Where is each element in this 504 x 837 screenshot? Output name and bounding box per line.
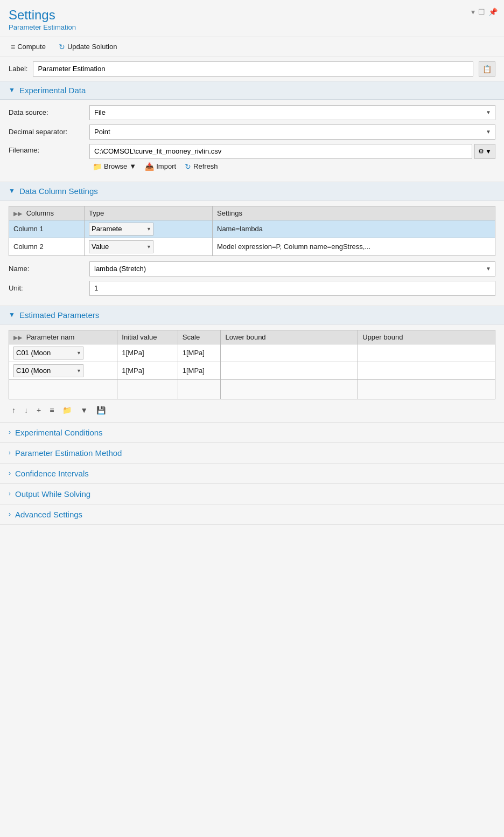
column1-name: Column 1 — [9, 220, 85, 238]
estimated-parameters-header[interactable]: ▼ Estimated Parameters — [0, 306, 504, 324]
import-button[interactable]: 📥 Import — [142, 161, 179, 172]
data-column-settings-chevron: ▼ — [9, 187, 15, 195]
empty-col1 — [9, 379, 117, 399]
folder-dropdown-icon: ▼ — [80, 406, 88, 414]
columns-header: ▶▶ Columns — [9, 206, 85, 220]
label-icon-button[interactable]: 📋 — [479, 61, 495, 77]
estimated-parameters-table: ▶▶ Parameter nam Initial value Scale Low… — [9, 330, 495, 399]
columns-table: ▶▶ Columns Type Settings Column 1 — [9, 206, 495, 256]
table-row[interactable]: C10 (Moon 1[MPa] 1[MPa] — [9, 362, 495, 379]
decimal-separator-select[interactable]: Point Comma — [89, 124, 495, 140]
param-name-header: ▶▶ Parameter nam — [9, 330, 117, 344]
confidence-intervals-section[interactable]: › Confidence Intervals — [0, 464, 504, 484]
experimental-data-content: Data source: File Array Decimal separato… — [0, 100, 504, 182]
pin-icon[interactable]: 📌 — [488, 8, 498, 16]
experimental-conditions-title: Experimental Conditions — [15, 428, 103, 437]
update-solution-button[interactable]: ↻ Update Solution — [57, 41, 120, 52]
data-source-select[interactable]: File Array — [89, 105, 495, 120]
estimated-parameters-chevron: ▼ — [9, 311, 15, 319]
label-field-label: Label: — [9, 65, 27, 73]
table-row[interactable]: Column 1 Paramete Value Name=lambda — [9, 220, 495, 238]
list-icon: ≡ — [50, 406, 54, 414]
experimental-data-title: Experimental Data — [19, 86, 86, 95]
data-column-settings-title: Data Column Settings — [19, 186, 98, 196]
label-row: Label: 📋 — [0, 57, 504, 81]
dropdown-icon[interactable]: ▾ — [471, 8, 475, 16]
columns-table-header-row: ▶▶ Columns Type Settings — [9, 206, 495, 220]
initial-value-header: Initial value — [117, 330, 178, 344]
panel-header-icons: ▾ ☐ 📌 — [471, 8, 498, 16]
advanced-settings-section[interactable]: › Advanced Settings — [0, 504, 504, 525]
browse-button[interactable]: 📁 Browse ▼ — [89, 161, 139, 172]
param1-upper-bound-input[interactable] — [362, 349, 491, 357]
data-source-row: Data source: File Array — [9, 105, 495, 120]
folder-button[interactable]: 📁 — [59, 405, 75, 416]
name-row: Name: lambda (Stretch) — [9, 261, 495, 276]
param2-select[interactable]: C10 (Moon — [13, 364, 83, 377]
move-down-button[interactable]: ↓ — [21, 405, 31, 416]
empty-col3 — [178, 379, 221, 399]
move-down-icon: ↓ — [24, 406, 28, 414]
column1-type-select[interactable]: Paramete Value — [89, 223, 153, 236]
add-row-icon: + — [37, 406, 41, 414]
name-label: Name: — [9, 265, 84, 273]
empty-col2 — [117, 379, 178, 399]
output-while-solving-section[interactable]: › Output While Solving — [0, 484, 504, 504]
label-input[interactable] — [33, 61, 473, 77]
window-icon[interactable]: ☐ — [478, 8, 485, 16]
experimental-conditions-chevron: › — [9, 428, 11, 436]
browse-folder-icon: 📁 — [93, 162, 102, 171]
param2-name: C10 (Moon — [9, 362, 117, 379]
advanced-settings-chevron: › — [9, 510, 11, 518]
data-column-settings-section: ▼ Data Column Settings ▶▶ Columns Type S… — [0, 182, 504, 306]
experimental-conditions-section[interactable]: › Experimental Conditions — [0, 423, 504, 443]
est-col-expand-icon[interactable]: ▶▶ — [13, 334, 22, 341]
name-select-wrapper: lambda (Stretch) — [89, 261, 495, 276]
col-expand-icon[interactable]: ▶▶ — [13, 210, 22, 217]
import-icon: 📥 — [145, 162, 154, 171]
unit-row: Unit: — [9, 281, 495, 296]
browse-label: Browse — [104, 162, 127, 170]
compute-button[interactable]: ≡ Compute — [9, 41, 48, 52]
param2-upper-bound-input[interactable] — [362, 366, 491, 375]
add-row-button[interactable]: + — [33, 405, 44, 416]
param2-scale: 1[MPa] — [178, 362, 221, 379]
column2-name: Column 2 — [9, 238, 85, 255]
table-row[interactable]: C01 (Moon 1[MPa] 1[MPa] — [9, 344, 495, 362]
param1-scale: 1[MPa] — [178, 344, 221, 362]
param1-select-wrapper: C01 (Moon — [13, 347, 83, 359]
toolbar-row: ≡ Compute ↻ Update Solution — [0, 37, 504, 57]
unit-input[interactable] — [89, 281, 495, 296]
parameter-estimation-method-chevron: › — [9, 449, 11, 456]
type-header: Type — [85, 206, 213, 220]
import-label: Import — [156, 162, 176, 170]
save-table-button[interactable]: 💾 — [93, 405, 109, 416]
refresh-button[interactable]: ↻ Refresh — [181, 161, 221, 172]
refresh-icon: ↻ — [185, 162, 191, 171]
filename-row: Filename: ⚙ ▼ 📁 Browse — [9, 144, 495, 172]
param1-upper-bound[interactable] — [358, 344, 495, 362]
param2-lower-bound-input[interactable] — [225, 366, 353, 375]
column1-settings: Name=lambda — [213, 220, 495, 238]
param1-select[interactable]: C01 (Moon — [13, 347, 83, 359]
experimental-data-header[interactable]: ▼ Experimental Data — [0, 81, 504, 100]
filename-settings-icon: ⚙ — [478, 148, 484, 155]
folder-dropdown-button[interactable]: ▼ — [77, 405, 91, 416]
param2-select-wrapper: C10 (Moon — [13, 364, 83, 377]
column2-type-select[interactable]: Value Paramete — [89, 240, 153, 253]
param1-lower-bound[interactable] — [221, 344, 358, 362]
move-up-button[interactable]: ↑ — [9, 405, 19, 416]
table-row[interactable]: Column 2 Value Paramete Model expression… — [9, 238, 495, 255]
parameter-estimation-method-section[interactable]: › Parameter Estimation Method — [0, 443, 504, 464]
filename-settings-button[interactable]: ⚙ ▼ — [474, 144, 495, 159]
experimental-data-chevron: ▼ — [9, 86, 15, 94]
folder-icon: 📁 — [62, 406, 72, 414]
name-select[interactable]: lambda (Stretch) — [89, 261, 495, 276]
list-button[interactable]: ≡ — [46, 405, 57, 416]
param1-lower-bound-input[interactable] — [225, 349, 353, 357]
param2-lower-bound[interactable] — [221, 362, 358, 379]
data-column-settings-header[interactable]: ▼ Data Column Settings — [0, 182, 504, 200]
param2-upper-bound[interactable] — [358, 362, 495, 379]
filename-input[interactable] — [89, 144, 472, 159]
filename-label-row: Filename: ⚙ ▼ 📁 Browse — [9, 144, 495, 172]
